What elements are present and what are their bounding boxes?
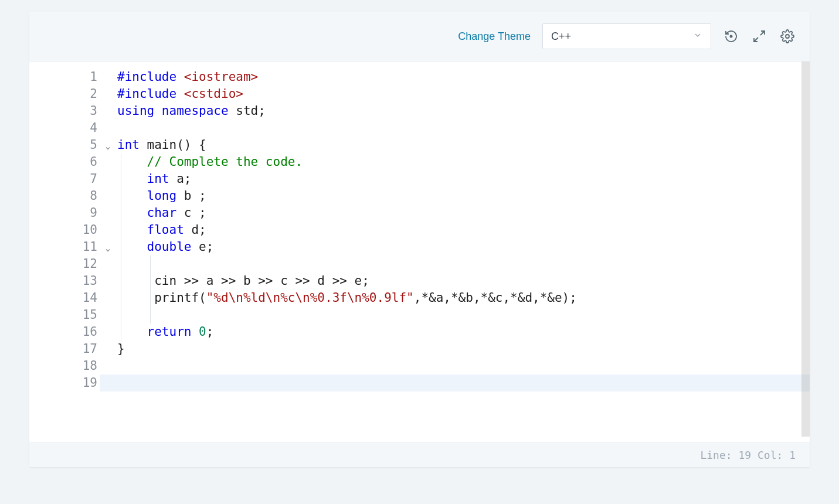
code-line[interactable]: double e; — [117, 239, 810, 256]
reset-icon[interactable] — [723, 28, 739, 45]
fullscreen-icon[interactable] — [751, 28, 767, 45]
status-line-label: Line: — [700, 449, 732, 461]
code-line[interactable]: float d; — [117, 222, 810, 239]
code-line[interactable] — [117, 374, 810, 391]
code-line[interactable] — [117, 256, 810, 273]
editor-toolbar: Change Theme C++ — [29, 12, 810, 62]
code-line[interactable]: long b ; — [117, 188, 810, 205]
code-line[interactable]: // Complete the code. — [117, 154, 810, 171]
code-line[interactable]: int main() { — [117, 137, 810, 154]
line-number: 15 — [29, 307, 100, 323]
code-line[interactable]: using namespace std; — [117, 103, 810, 120]
code-line[interactable] — [117, 120, 810, 137]
svg-line-1 — [760, 31, 765, 35]
line-number: 7 — [29, 171, 100, 188]
code-line[interactable]: printf("%d\n%ld\n%c\n%0.3f\n%0.9lf",*&a,… — [117, 290, 810, 307]
code-content[interactable]: #include <iostream>#include <cstdio>usin… — [100, 62, 810, 442]
code-line[interactable]: #include <cstdio> — [117, 86, 810, 103]
status-col-value: 1 — [789, 449, 796, 461]
code-line[interactable] — [117, 357, 810, 374]
editor-container: Change Theme C++ 1234567 — [29, 12, 810, 467]
line-number: 9 — [29, 205, 100, 222]
line-number: 19 — [29, 374, 100, 391]
line-number: 1 — [29, 69, 100, 86]
status-bar: Line: 19 Col: 1 — [29, 442, 810, 467]
code-line[interactable]: #include <iostream> — [117, 69, 810, 86]
change-theme-link[interactable]: Change Theme — [458, 30, 531, 43]
code-line[interactable]: return 0; — [117, 323, 810, 340]
code-line[interactable] — [117, 307, 810, 323]
status-col-label: Col: — [758, 449, 783, 461]
line-number-gutter: 12345678910111213141516171819 — [29, 62, 100, 442]
line-number: 12 — [29, 256, 100, 273]
code-line[interactable]: char c ; — [117, 205, 810, 222]
code-line[interactable]: int a; — [117, 171, 810, 188]
line-number: 16 — [29, 323, 100, 340]
line-number: 14 — [29, 290, 100, 307]
line-number: 5 — [29, 137, 100, 154]
line-number: 18 — [29, 357, 100, 374]
chevron-down-icon — [693, 30, 702, 43]
status-line-value: 19 — [738, 449, 751, 461]
code-area[interactable]: 12345678910111213141516171819 #include <… — [29, 62, 810, 442]
line-number: 6 — [29, 154, 100, 171]
line-number: 2 — [29, 86, 100, 103]
line-number: 4 — [29, 120, 100, 137]
line-number: 11 — [29, 239, 100, 256]
language-select[interactable]: C++ — [542, 23, 711, 49]
line-number: 3 — [29, 103, 100, 120]
gear-icon[interactable] — [779, 28, 796, 45]
language-select-value: C++ — [551, 30, 571, 43]
code-line[interactable]: cin >> a >> b >> c >> d >> e; — [117, 273, 810, 290]
line-number: 13 — [29, 273, 100, 290]
line-number: 10 — [29, 222, 100, 239]
code-line[interactable]: } — [117, 340, 810, 357]
svg-point-0 — [730, 35, 733, 38]
svg-point-3 — [786, 35, 789, 38]
svg-line-2 — [754, 38, 758, 42]
line-number: 17 — [29, 340, 100, 357]
line-number: 8 — [29, 188, 100, 205]
